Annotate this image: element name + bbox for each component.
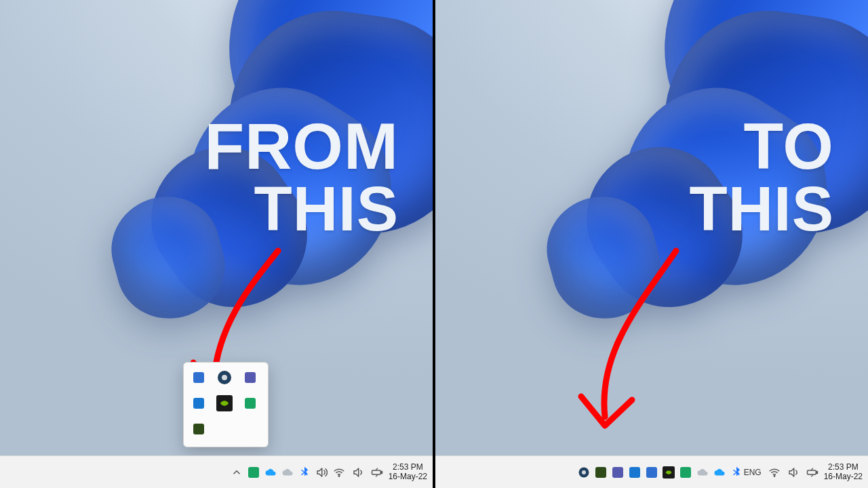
bluetooth-icon[interactable] (298, 466, 311, 479)
outlook-icon[interactable] (191, 395, 207, 411)
svg-point-4 (338, 475, 340, 476)
todo-icon[interactable] (646, 466, 658, 479)
idm-icon[interactable] (191, 421, 207, 437)
svg-marker-5 (354, 468, 359, 476)
outlook-icon[interactable] (629, 466, 641, 479)
before-panel: FROM THIS 2:53 PM 16-May-22 (0, 0, 433, 488)
battery-icon[interactable] (371, 466, 383, 479)
weather-icon[interactable] (696, 466, 709, 479)
volume-icon[interactable] (315, 466, 328, 479)
overflow-chevron-icon[interactable] (231, 466, 243, 479)
k-app-icon[interactable] (679, 466, 692, 479)
onedrive-icon[interactable] (713, 466, 726, 479)
sound-icon[interactable] (787, 466, 800, 479)
arrow-annotation (557, 244, 707, 447)
system-icons[interactable] (333, 466, 383, 479)
wifi-icon[interactable] (333, 466, 345, 479)
battery-icon[interactable] (806, 466, 818, 479)
clock-time: 2:53 PM (824, 463, 863, 472)
svg-rect-14 (816, 471, 818, 473)
clock-date: 16-May-22 (824, 472, 863, 482)
svg-rect-13 (807, 470, 816, 474)
onedrive-icon[interactable] (264, 466, 277, 479)
bluetooth-icon[interactable] (730, 466, 743, 479)
weather-icon[interactable] (281, 466, 294, 479)
svg-marker-12 (789, 468, 794, 476)
clock-date: 16-May-22 (389, 472, 427, 482)
svg-point-9 (582, 470, 586, 474)
tray-left (231, 466, 328, 479)
tray-overflow-popup[interactable] (183, 362, 269, 447)
bing-icon[interactable] (216, 369, 233, 386)
todo-icon[interactable] (191, 369, 207, 386)
svg-rect-7 (381, 471, 382, 473)
wifi-icon[interactable] (768, 466, 781, 479)
caption-to-this: TO THIS (689, 115, 834, 239)
caption-from-this: FROM THIS (204, 115, 399, 239)
svg-rect-6 (372, 470, 380, 474)
k-app-icon[interactable] (242, 395, 258, 411)
nvidia-icon[interactable] (663, 466, 675, 479)
system-icons-right[interactable] (768, 466, 818, 479)
sound-icon[interactable] (352, 466, 364, 479)
svg-marker-3 (317, 468, 322, 476)
tray-right (578, 466, 743, 479)
after-panel: TO THIS ENG 2:53 PM 16-May-22 (435, 0, 868, 488)
teams-icon[interactable] (242, 369, 258, 386)
taskbar: ENG 2:53 PM 16-May-22 (435, 455, 868, 488)
idm-icon[interactable] (595, 466, 607, 479)
clock-time: 2:53 PM (389, 463, 427, 472)
k-app-icon[interactable] (248, 466, 260, 479)
clock[interactable]: 2:53 PM 16-May-22 (389, 463, 427, 482)
svg-point-11 (774, 475, 775, 476)
language-indicator[interactable]: ENG (743, 468, 763, 477)
teams-icon[interactable] (612, 466, 624, 479)
clock[interactable]: 2:53 PM 16-May-22 (824, 463, 863, 482)
taskbar: 2:53 PM 16-May-22 (0, 455, 433, 488)
nvidia-icon[interactable] (216, 395, 233, 411)
bing-icon[interactable] (578, 466, 590, 479)
svg-point-1 (222, 375, 227, 380)
